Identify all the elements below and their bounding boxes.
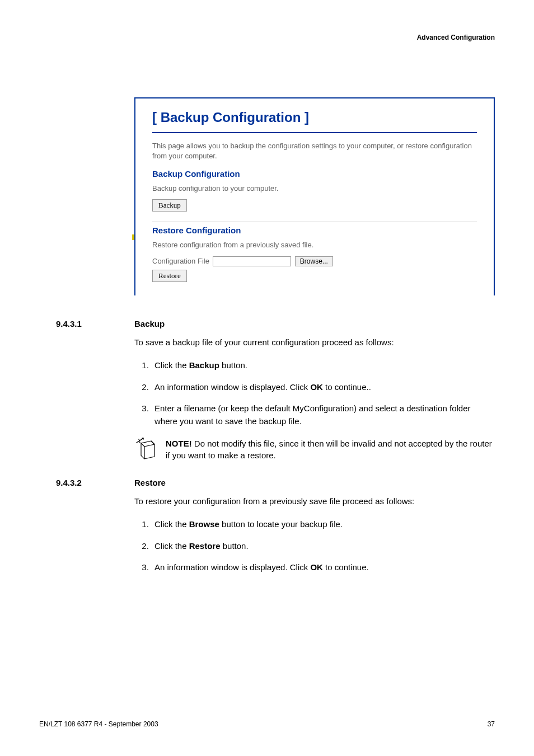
- restore-button[interactable]: Restore: [152, 270, 187, 282]
- footer-pagenum: 37: [488, 720, 495, 728]
- section2-intro: To restore your configuration from a pre…: [134, 495, 495, 507]
- title-underline: [152, 132, 477, 133]
- section2-step-3: An information window is displayed. Clic…: [151, 561, 495, 574]
- page-marker: [132, 234, 134, 240]
- note-text: NOTE! Do not modify this file, since it …: [166, 436, 495, 461]
- backup-description: Backup configuration to your computer.: [152, 184, 477, 192]
- footer-docref: EN/LZT 108 6377 R4 - September 2003: [39, 720, 158, 728]
- section-number-2: 9.4.3.2: [39, 478, 134, 487]
- panel-intro-text: This page allows you to backup the confi…: [152, 141, 477, 161]
- config-file-label: Configuration File: [152, 257, 209, 265]
- section1-intro: To save a backup file of your current co…: [134, 336, 495, 348]
- config-screenshot-panel: [ Backup Configuration ] This page allow…: [134, 97, 495, 295]
- section2-step-2: Click the Restore button.: [151, 540, 495, 553]
- section-title-1: Backup: [134, 319, 165, 328]
- backup-button[interactable]: Backup: [152, 199, 187, 212]
- restore-description: Restore configuration from a previously …: [152, 241, 477, 249]
- divider: [152, 222, 477, 222]
- note-icon: [134, 436, 159, 461]
- panel-title: [ Backup Configuration ]: [152, 110, 477, 125]
- backup-heading: Backup Configuration: [152, 169, 477, 179]
- header-section-label: Advanced Configuration: [39, 34, 495, 41]
- section-number-1: 9.4.3.1: [39, 319, 134, 328]
- section1-step-3: Enter a filename (or keep the default My…: [151, 402, 495, 428]
- restore-heading: Restore Configuration: [152, 226, 477, 235]
- section1-step-1: Click the Backup button.: [151, 359, 495, 372]
- section1-step-2: An information window is displayed. Clic…: [151, 381, 495, 394]
- browse-button[interactable]: Browse...: [295, 256, 333, 266]
- section2-step-1: Click the Browse button to locate your b…: [151, 518, 495, 531]
- section-title-2: Restore: [134, 478, 166, 487]
- config-file-input[interactable]: [213, 256, 291, 266]
